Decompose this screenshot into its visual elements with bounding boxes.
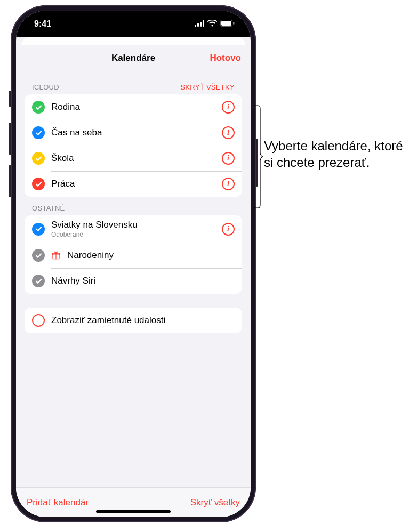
checkmark-icon <box>32 275 45 287</box>
calendar-name: Sviatky na Slovensku <box>51 220 215 230</box>
calendar-name: Práca <box>51 179 215 189</box>
calendar-row-rodina[interactable]: Rodina i <box>25 94 242 120</box>
checkmark-icon <box>32 223 45 236</box>
sheet-header: Kalendáre Hotovo <box>16 45 251 71</box>
info-icon[interactable]: i <box>222 223 235 236</box>
volume-down-button <box>9 165 11 197</box>
checkmark-icon <box>32 178 45 190</box>
svg-rect-3 <box>203 20 204 27</box>
hide-all-icloud-button[interactable]: SKRYŤ VŠETKY <box>180 83 235 91</box>
checkmark-icon <box>32 101 45 114</box>
svg-rect-6 <box>233 22 235 25</box>
svg-rect-2 <box>200 22 202 27</box>
checkmark-icon <box>32 152 45 165</box>
info-icon[interactable]: i <box>222 152 235 165</box>
wifi-icon <box>207 19 217 29</box>
calendar-subtitle: Odoberané <box>51 231 215 238</box>
side-switch <box>9 91 11 107</box>
phone-frame: 9:41 Kalendáre Hotovo <box>11 5 256 522</box>
annotation-bracket <box>254 104 263 209</box>
calendar-row-praca[interactable]: Práca i <box>25 171 242 197</box>
svg-rect-1 <box>197 23 199 27</box>
cellular-icon <box>195 19 204 29</box>
screen: 9:41 Kalendáre Hotovo <box>16 11 251 517</box>
add-calendar-button[interactable]: Pridať kalendár <box>27 497 89 508</box>
calendars-sheet: Kalendáre Hotovo ICLOUD SKRYŤ VŠETKY Rod… <box>16 45 251 517</box>
section-header-icloud: ICLOUD SKRYŤ VŠETKY <box>25 76 242 94</box>
row-label: Zobraziť zamietnuté udalosti <box>51 315 235 326</box>
icloud-group: Rodina i Čas na seba i <box>25 94 242 197</box>
status-icons <box>195 19 235 29</box>
svg-rect-0 <box>195 25 196 27</box>
annotation-text: Vyberte kalendáre, ktoré si chcete preze… <box>264 138 413 171</box>
gift-icon <box>51 251 61 260</box>
other-group: Sviatky na Slovensku Odoberané i Naroden… <box>25 215 242 294</box>
calendar-name: Rodina <box>51 102 215 112</box>
calendar-row-birthdays[interactable]: Narodeniny <box>25 243 242 268</box>
status-time: 9:41 <box>34 19 51 29</box>
calendar-row-siri[interactable]: Návrhy Siri <box>25 268 242 294</box>
show-declined-row[interactable]: Zobraziť zamietnuté udalosti <box>25 308 242 333</box>
declined-group: Zobraziť zamietnuté udalosti <box>25 308 242 333</box>
calendar-row-cas-na-seba[interactable]: Čas na seba i <box>25 120 242 146</box>
done-button[interactable]: Hotovo <box>210 53 241 63</box>
calendar-name: Návrhy Siri <box>51 276 235 286</box>
info-icon[interactable]: i <box>222 101 235 114</box>
calendar-name: Narodeniny <box>67 250 235 261</box>
volume-up-button <box>9 123 11 155</box>
info-icon[interactable]: i <box>222 178 235 190</box>
calendar-row-holidays[interactable]: Sviatky na Slovensku Odoberané i <box>25 215 242 243</box>
hide-all-button[interactable]: Skryť všetky <box>190 497 240 508</box>
info-icon[interactable]: i <box>222 126 235 139</box>
sheet-title: Kalendáre <box>111 53 155 63</box>
section-header-other: OSTATNÉ <box>25 197 242 215</box>
svg-rect-5 <box>221 21 231 26</box>
home-indicator <box>96 510 171 513</box>
checkmark-icon <box>32 126 45 139</box>
calendar-name: Čas na seba <box>51 127 215 138</box>
calendar-name: Škola <box>51 153 215 164</box>
calendar-row-skola[interactable]: Škola i <box>25 146 242 171</box>
section-label: OSTATNÉ <box>32 204 65 212</box>
unchecked-icon <box>32 314 45 327</box>
checkmark-icon <box>32 249 45 262</box>
dynamic-island <box>99 18 168 37</box>
section-label: ICLOUD <box>32 83 59 91</box>
sheet-content: ICLOUD SKRYŤ VŠETKY Rodina i <box>16 71 251 487</box>
battery-icon <box>220 19 235 29</box>
